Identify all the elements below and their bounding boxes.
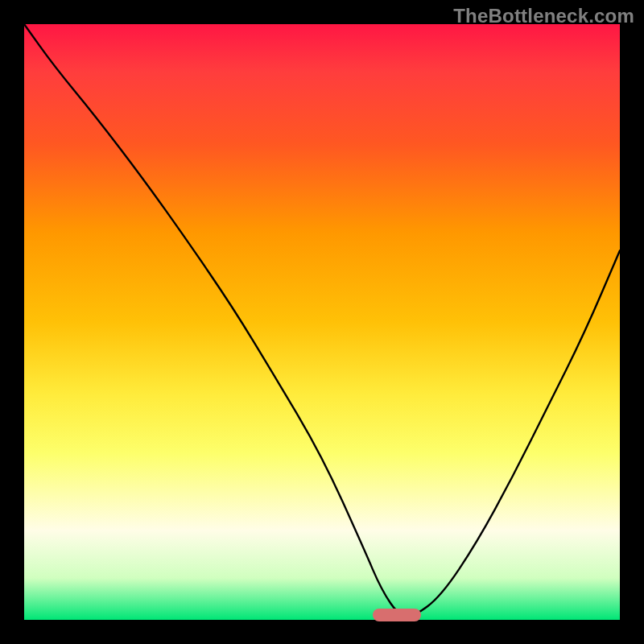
watermark-text: TheBottleneck.com	[453, 5, 634, 27]
curve-layer	[24, 24, 620, 620]
bottleneck-curve	[24, 24, 620, 617]
chart-frame: TheBottleneck.com	[0, 0, 644, 644]
optimal-marker	[373, 609, 421, 621]
